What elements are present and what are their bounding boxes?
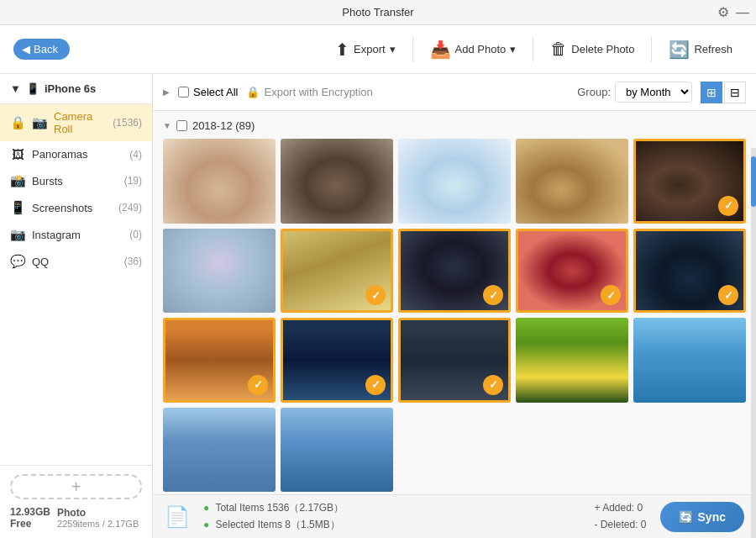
device-header: ▼ 📱 iPhone 6s xyxy=(0,74,152,104)
photo-item[interactable]: ✓ xyxy=(516,229,628,314)
view-grid-large-button[interactable]: ⊞ xyxy=(701,82,722,103)
photo-item[interactable] xyxy=(163,408,276,493)
photo-item[interactable]: ✓ xyxy=(398,229,511,314)
selected-check-icon: ✓ xyxy=(718,196,738,216)
export-button[interactable]: ⬆ Export ▾ xyxy=(325,34,406,65)
export-label: Export xyxy=(354,43,386,55)
selected-check-icon: ✓ xyxy=(365,375,386,395)
bursts-count: (19) xyxy=(124,175,142,187)
refresh-label: Refresh xyxy=(694,43,732,55)
bottom-bar: 📄 Total Items 1536（2.17GB） Selected Item… xyxy=(153,494,756,538)
add-photo-button[interactable]: 📥 Add Photo ▾ xyxy=(420,34,527,65)
content-area: ▶ Select All 🔒 Export with Encryption Gr… xyxy=(153,74,756,538)
qq-count: (36) xyxy=(124,256,142,267)
delete-photo-icon: 🗑 xyxy=(550,40,567,59)
camera-roll-label: Camera Roll xyxy=(54,110,106,135)
storage-info: 12.93GB Free Photo 2259items / 2.17GB xyxy=(10,506,142,530)
photo-item[interactable] xyxy=(398,139,511,224)
refresh-icon: 🔄 xyxy=(669,40,690,60)
selected-check-icon: ✓ xyxy=(483,375,503,395)
sidebar-item-bursts[interactable]: 📸 Bursts (19) xyxy=(0,167,152,194)
view-toggle: ⊞ ⊟ xyxy=(701,82,746,103)
bursts-label: Bursts xyxy=(32,175,118,187)
add-album-button[interactable]: + xyxy=(10,474,142,499)
back-arrow-icon: ◀ xyxy=(22,43,30,55)
sync-label: Sync xyxy=(698,510,726,524)
photo-grid: ✓ ✓ ✓ ✓ ✓ ✓ xyxy=(163,139,746,492)
add-photo-chevron-icon: ▾ xyxy=(510,43,516,55)
sidebar-item-panoramas[interactable]: 🖼 Panoramas (4) xyxy=(0,141,152,167)
file-icon: 📄 xyxy=(165,505,190,529)
group-dropdown[interactable]: by Month by Day by Year xyxy=(615,82,692,103)
sync-button[interactable]: 🔄 Sync xyxy=(660,502,744,532)
encrypt-label: Export with Encryption xyxy=(264,86,372,98)
select-all-area[interactable]: Select All xyxy=(178,86,238,98)
sidebar-item-camera-roll[interactable]: 🔒 📷 Camera Roll (1536) xyxy=(0,104,152,141)
scrollbar-track xyxy=(751,148,756,538)
sidebar-item-screenshots[interactable]: 📱 Screenshots (249) xyxy=(0,194,152,221)
export-icon: ⬆ xyxy=(335,40,349,60)
back-button[interactable]: ◀ Back xyxy=(13,39,70,60)
sidebar-item-qq[interactable]: 💬 QQ (36) xyxy=(0,248,152,275)
selected-check-icon: ✓ xyxy=(601,285,621,305)
main-layout: ▼ 📱 iPhone 6s 🔒 📷 Camera Roll (1536) 🖼 P… xyxy=(0,74,756,538)
photo-item[interactable]: ✓ xyxy=(281,229,393,314)
storage-gb: 12.93GB Free xyxy=(10,506,50,530)
view-grid-small-button[interactable]: ⊟ xyxy=(724,82,746,103)
group-select: Group: by Month by Day by Year xyxy=(577,82,692,103)
photo-item[interactable] xyxy=(516,318,628,403)
photo-area: ▼ 2018-12 (89) ✓ ✓ ✓ xyxy=(153,111,756,494)
screenshots-count: (249) xyxy=(118,202,142,214)
selected-check-icon: ✓ xyxy=(248,375,268,395)
photo-item[interactable] xyxy=(281,139,393,224)
export-chevron-icon: ▾ xyxy=(390,43,396,55)
select-all-checkbox[interactable] xyxy=(178,87,189,98)
refresh-button[interactable]: 🔄 Refresh xyxy=(659,34,743,65)
sidebar-item-instagram[interactable]: 📷 Instagram (0) xyxy=(0,221,152,248)
device-arrow-icon: ▼ xyxy=(10,82,21,95)
group-collapse-icon[interactable]: ▼ xyxy=(163,121,171,130)
panoramas-count: (4) xyxy=(129,149,142,161)
sidebar-bottom: + 12.93GB Free Photo 2259items / 2.17GB xyxy=(0,465,152,538)
photo-item[interactable] xyxy=(163,139,276,224)
storage-type: Photo xyxy=(57,507,139,519)
minimize-button[interactable]: — xyxy=(736,5,749,20)
photo-item[interactable] xyxy=(516,139,628,224)
title-bar: Photo Transfer ⚙ — xyxy=(0,0,756,25)
photo-item[interactable] xyxy=(633,318,746,403)
selected-check-icon: ✓ xyxy=(483,285,503,305)
instagram-label: Instagram xyxy=(32,229,123,241)
photo-item[interactable] xyxy=(163,229,276,314)
select-all-label: Select All xyxy=(193,86,238,98)
photo-item[interactable]: ✓ xyxy=(633,229,746,314)
settings-button[interactable]: ⚙ xyxy=(717,4,729,20)
photo-item[interactable]: ✓ xyxy=(163,318,276,403)
group-label: 2018-12 (89) xyxy=(192,119,255,132)
group-header: ▼ 2018-12 (89) xyxy=(163,119,746,132)
photo-item[interactable]: ✓ xyxy=(281,318,393,403)
add-photo-label: Add Photo xyxy=(455,43,507,55)
device-icon: 📱 xyxy=(26,82,39,95)
added-stat: + Added: 0 xyxy=(594,500,646,516)
bottom-stats: Total Items 1536（2.17GB） Selected Items … xyxy=(203,500,344,532)
panoramas-label: Panoramas xyxy=(32,148,123,161)
group-select-checkbox[interactable] xyxy=(176,120,187,131)
photo-item[interactable]: ✓ xyxy=(398,318,511,403)
total-dot xyxy=(203,502,213,514)
qq-icon: 💬 xyxy=(10,254,25,269)
device-name: iPhone 6s xyxy=(45,82,96,95)
delete-photo-button[interactable]: 🗑 Delete Photo xyxy=(540,34,644,64)
sync-icon: 🔄 xyxy=(679,510,693,524)
divider-1 xyxy=(412,37,413,62)
photo-item[interactable] xyxy=(281,408,393,493)
sub-toolbar: ▶ Select All 🔒 Export with Encryption Gr… xyxy=(153,74,756,111)
export-encrypt-area[interactable]: 🔒 Export with Encryption xyxy=(246,86,372,98)
selected-dot xyxy=(203,519,213,530)
delete-photo-label: Delete Photo xyxy=(571,43,634,55)
scrollbar-thumb[interactable] xyxy=(751,156,756,207)
back-label: Back xyxy=(34,43,58,55)
total-items-stat: Total Items 1536（2.17GB） xyxy=(203,500,344,516)
photo-item[interactable]: ✓ xyxy=(633,139,746,224)
instagram-count: (0) xyxy=(129,229,142,240)
divider-2 xyxy=(533,37,533,62)
